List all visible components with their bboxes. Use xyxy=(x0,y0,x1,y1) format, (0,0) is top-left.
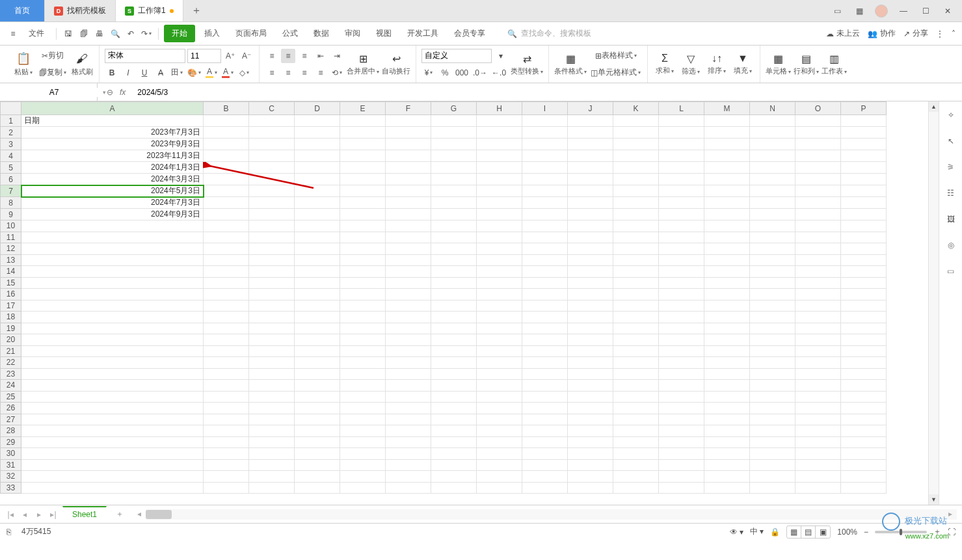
cell[interactable] xyxy=(795,232,841,243)
cell[interactable] xyxy=(841,345,887,357)
cell[interactable] xyxy=(841,139,887,150)
cell[interactable] xyxy=(522,403,568,414)
col-header[interactable]: I xyxy=(522,102,568,115)
cell[interactable] xyxy=(249,232,295,243)
cell[interactable] xyxy=(522,368,568,380)
cell[interactable] xyxy=(704,127,750,139)
cell[interactable] xyxy=(613,368,659,380)
decrease-decimal-icon[interactable]: ←.0 xyxy=(490,66,507,80)
row-header[interactable]: 13 xyxy=(1,254,21,266)
cell[interactable] xyxy=(477,289,522,300)
cell[interactable] xyxy=(613,127,659,139)
orientation-icon[interactable]: ⟲ xyxy=(330,66,344,80)
cell[interactable] xyxy=(340,448,386,460)
cell[interactable] xyxy=(659,266,704,278)
cell[interactable] xyxy=(704,197,750,209)
cell[interactable] xyxy=(477,185,522,197)
cell[interactable] xyxy=(750,232,795,243)
cell[interactable] xyxy=(613,334,659,346)
cell[interactable] xyxy=(21,345,204,357)
cell[interactable] xyxy=(21,482,204,494)
cell[interactable] xyxy=(522,277,568,289)
cell[interactable] xyxy=(21,266,204,278)
cell[interactable] xyxy=(568,197,613,209)
add-sheet-button[interactable]: ＋ xyxy=(111,509,129,520)
cell[interactable] xyxy=(841,448,887,460)
strikethrough-button[interactable]: A̶ xyxy=(154,66,168,80)
row-header[interactable]: 6 xyxy=(1,174,21,185)
cell[interactable] xyxy=(841,312,887,323)
col-header[interactable]: A xyxy=(21,102,204,115)
cell[interactable] xyxy=(295,459,340,471)
cell[interactable] xyxy=(841,174,887,185)
cell[interactable] xyxy=(750,243,795,255)
cell[interactable] xyxy=(613,209,659,220)
cell[interactable] xyxy=(21,254,204,266)
cell[interactable] xyxy=(249,334,295,346)
cell[interactable] xyxy=(340,266,386,278)
cell[interactable] xyxy=(431,448,477,460)
cell[interactable] xyxy=(522,115,568,127)
row-header[interactable]: 5 xyxy=(1,162,21,174)
cell[interactable] xyxy=(613,289,659,300)
cell[interactable] xyxy=(659,425,704,437)
cell[interactable] xyxy=(477,425,522,437)
cell[interactable] xyxy=(295,174,340,185)
col-header[interactable]: G xyxy=(431,102,477,115)
cell[interactable] xyxy=(204,266,249,278)
cell[interactable] xyxy=(204,197,249,209)
cell[interactable] xyxy=(659,232,704,243)
cell[interactable] xyxy=(295,254,340,266)
cell[interactable] xyxy=(477,459,522,471)
cell[interactable]: 2024年3月3日 xyxy=(21,174,204,185)
cell[interactable] xyxy=(522,185,568,197)
scroll-up-icon[interactable]: ▲ xyxy=(929,101,939,112)
cell[interactable] xyxy=(431,254,477,266)
cell[interactable] xyxy=(750,150,795,162)
cell[interactable] xyxy=(659,289,704,300)
cell[interactable] xyxy=(841,323,887,334)
align-middle-icon[interactable]: ≡ xyxy=(281,49,295,63)
cell[interactable] xyxy=(659,380,704,392)
cell[interactable] xyxy=(431,232,477,243)
close-button[interactable]: ✕ xyxy=(939,3,957,19)
cell-style-button[interactable]: ◫单元格样式 xyxy=(589,66,642,80)
cell[interactable] xyxy=(386,220,431,232)
cell[interactable] xyxy=(704,334,750,346)
cell[interactable] xyxy=(295,150,340,162)
cell[interactable] xyxy=(295,425,340,437)
cell[interactable] xyxy=(431,380,477,392)
cell[interactable] xyxy=(704,254,750,266)
name-box[interactable]: ▾ xyxy=(0,83,98,101)
cell[interactable] xyxy=(340,323,386,334)
font-color-button[interactable]: A xyxy=(220,66,235,80)
cell[interactable] xyxy=(568,323,613,334)
cell[interactable] xyxy=(249,357,295,369)
location-icon[interactable]: ◎ xyxy=(944,238,958,252)
cell[interactable] xyxy=(477,220,522,232)
row-header[interactable]: 11 xyxy=(1,232,21,243)
cell[interactable] xyxy=(431,150,477,162)
cell[interactable] xyxy=(21,220,204,232)
row-header[interactable]: 1 xyxy=(1,115,21,127)
cell[interactable] xyxy=(477,391,522,403)
cell[interactable] xyxy=(477,368,522,380)
cloud-status[interactable]: ☁未上云 xyxy=(826,28,860,39)
increase-indent-icon[interactable]: ⇥ xyxy=(330,49,344,63)
cell[interactable] xyxy=(568,139,613,150)
cell[interactable] xyxy=(386,174,431,185)
cell[interactable] xyxy=(522,266,568,278)
underline-button[interactable]: U xyxy=(137,66,152,80)
cell[interactable] xyxy=(295,380,340,392)
settings-icon[interactable]: ⚞ xyxy=(944,160,958,174)
horizontal-scrollbar[interactable]: ◂ ▸ xyxy=(146,509,957,520)
cell[interactable] xyxy=(431,482,477,494)
row-header[interactable]: 30 xyxy=(1,448,21,460)
cell[interactable] xyxy=(613,232,659,243)
minimize-button[interactable]: ― xyxy=(894,3,913,19)
cell[interactable] xyxy=(295,482,340,494)
cell[interactable] xyxy=(659,243,704,255)
hscroll-thumb[interactable] xyxy=(146,510,172,519)
cell[interactable] xyxy=(477,209,522,220)
align-right-icon[interactable]: ≡ xyxy=(297,66,312,80)
